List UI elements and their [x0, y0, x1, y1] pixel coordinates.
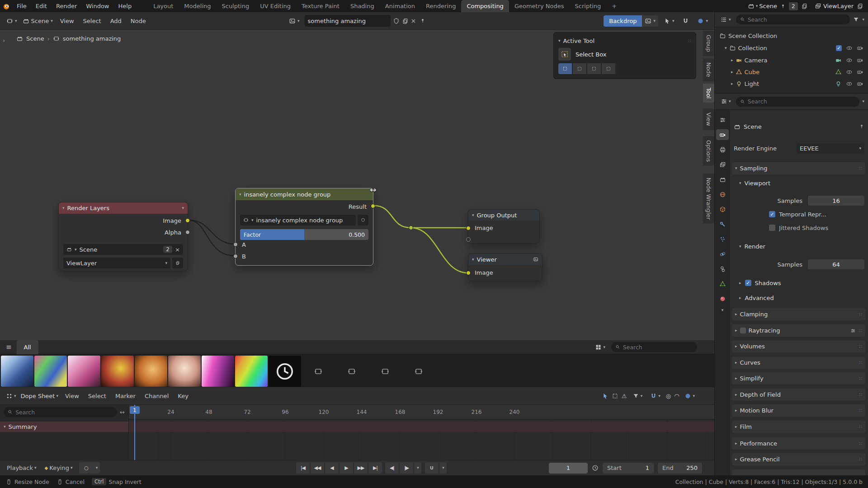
- eye-icon[interactable]: [846, 69, 853, 75]
- tab-modifier-properties[interactable]: [716, 219, 729, 230]
- menu-window[interactable]: Window: [81, 3, 113, 9]
- copy-icon[interactable]: [402, 18, 409, 24]
- snap-button[interactable]: ▾: [648, 391, 663, 401]
- filter-toggle-icon[interactable]: ↔: [120, 409, 125, 416]
- chevron-down-icon[interactable]: ▾: [862, 99, 864, 103]
- node-render-layers[interactable]: ▾ Render Layers ▾ Image Alpha ▾ Scene 2 …: [58, 202, 188, 271]
- viewport-samples-field[interactable]: 16: [808, 196, 864, 206]
- fake-user-shield-icon[interactable]: [393, 18, 400, 24]
- chevron-down-icon[interactable]: ▾: [722, 308, 724, 312]
- tab-viewlayer-properties[interactable]: [716, 159, 729, 170]
- tab-view[interactable]: View: [703, 108, 714, 130]
- panel-grip-icon[interactable]: ∷: [688, 38, 691, 43]
- raytracing-checkbox[interactable]: [740, 328, 746, 333]
- unlink-icon[interactable]: ×: [411, 17, 416, 24]
- tab-data-properties[interactable]: [716, 278, 729, 289]
- expand-icon[interactable]: ▸: [731, 58, 733, 62]
- subpanel-render[interactable]: ▾ Render: [739, 240, 864, 252]
- panel-motion-blur[interactable]: ▸ Motion Blur ∷: [732, 404, 865, 417]
- node-scene-selector[interactable]: ▾ Scene 2 ×: [63, 244, 183, 255]
- subpanel-viewport[interactable]: ▾ Viewport: [739, 177, 864, 189]
- next-keyframe-button[interactable]: ▶▶: [354, 462, 368, 474]
- outliner-row-cube[interactable]: ▸ Cube: [715, 66, 868, 78]
- eye-icon[interactable]: [846, 45, 853, 52]
- node-viewer[interactable]: ▾ Viewer Image: [468, 253, 542, 281]
- panel-grease-pencil[interactable]: ▸ Grease Pencil ∷: [732, 453, 865, 465]
- select-mode-set-button[interactable]: [558, 63, 572, 74]
- display-mode-button[interactable]: ▾: [593, 343, 608, 352]
- channel-search[interactable]: [4, 407, 117, 417]
- filter-button[interactable]: ▾: [630, 391, 645, 401]
- new-viewlayer-button[interactable]: [172, 258, 183, 268]
- expand-icon[interactable]: ▸: [731, 70, 733, 74]
- socket-image-input[interactable]: [466, 226, 471, 230]
- play-button[interactable]: ▶: [340, 462, 353, 474]
- hamburger-menu-icon[interactable]: ≡: [4, 342, 14, 352]
- clock-thumbnail[interactable]: [269, 356, 301, 387]
- select-mode-intersect-button[interactable]: [602, 63, 615, 74]
- panel-film[interactable]: ▸ Film ∷: [732, 421, 865, 433]
- warning-icon[interactable]: ⚠: [622, 393, 627, 399]
- tab-layout[interactable]: Layout: [148, 0, 179, 12]
- timeline-snap-button[interactable]: [425, 462, 439, 474]
- tab-group[interactable]: Group: [703, 31, 714, 56]
- camera-visibility-icon[interactable]: [857, 57, 863, 64]
- breadcrumb-scene[interactable]: Scene: [26, 35, 44, 42]
- play-reverse-button[interactable]: ◀: [325, 462, 339, 474]
- menu-node[interactable]: Node: [126, 18, 151, 24]
- tab-rendering[interactable]: Rendering: [420, 0, 461, 12]
- panel-depth-of-field[interactable]: ▸ Depth of Field ∷: [732, 389, 865, 401]
- outliner-search-input[interactable]: [748, 16, 846, 23]
- editor-type-button[interactable]: ▾: [718, 97, 733, 106]
- socket-result-output[interactable]: [371, 204, 375, 208]
- snapping-target-button[interactable]: ▾: [661, 16, 677, 26]
- tab-options[interactable]: Options: [703, 136, 714, 166]
- menu-select[interactable]: Select: [79, 18, 106, 24]
- menu-view[interactable]: View: [61, 393, 84, 399]
- add-workspace-button[interactable]: +: [606, 0, 622, 12]
- expand-icon[interactable]: ▾: [725, 46, 727, 50]
- jittered-shadows-checkbox[interactable]: [769, 225, 775, 231]
- eye-icon[interactable]: [846, 80, 853, 87]
- playback-dropdown[interactable]: Playback ▾: [5, 463, 39, 473]
- jump-to-end-button[interactable]: ▶|: [368, 462, 382, 474]
- asset-search[interactable]: [611, 342, 697, 352]
- tab-material-properties[interactable]: [716, 293, 729, 304]
- node-viewlayer-dropdown[interactable]: ViewLayer ▾: [63, 258, 170, 268]
- mode-dropdown[interactable]: Dope Sheet ▾: [19, 391, 61, 401]
- asset-search-input[interactable]: [623, 344, 693, 351]
- menu-view[interactable]: View: [56, 18, 79, 24]
- tab-object-properties[interactable]: [716, 204, 729, 215]
- snapping-toggle[interactable]: [679, 16, 692, 26]
- socket-b-input[interactable]: [233, 254, 238, 258]
- tab-constraint-properties[interactable]: [716, 263, 729, 274]
- tab-particle-properties[interactable]: [716, 234, 729, 244]
- subpanel-shadows[interactable]: ▸ ✓ Shadows: [739, 277, 864, 289]
- tab-texture-paint[interactable]: Texture Paint: [296, 0, 345, 12]
- outliner-row-light[interactable]: ▸ Light: [715, 78, 868, 89]
- pin-icon[interactable]: [780, 4, 786, 9]
- tab-tool-properties[interactable]: [716, 114, 729, 125]
- collection-checkbox[interactable]: ✓: [836, 45, 842, 51]
- panel-performance[interactable]: ▸ Performance ∷: [732, 437, 865, 450]
- image-thumbnail[interactable]: [168, 356, 201, 387]
- timeline-snap-options-button[interactable]: ▾: [439, 462, 447, 474]
- image-thumbnail[interactable]: [1, 356, 33, 387]
- eye-icon[interactable]: [846, 57, 853, 64]
- nodetree-item[interactable]: [369, 356, 401, 387]
- node-editor[interactable]: › Scene › something amazing ▾ Render Lay…: [0, 30, 714, 340]
- timeline-area[interactable]: 24 48 72 96 120 144 168 192 216 240 1: [129, 405, 714, 460]
- group-datablock-selector[interactable]: ▾ insanely complex node group: [240, 215, 356, 225]
- falloff-icon[interactable]: ◠: [674, 393, 679, 399]
- chevron-down-icon[interactable]: ▾: [862, 18, 864, 22]
- node-group-output[interactable]: ▾ Group Output Image: [468, 209, 540, 244]
- frame-forward-button[interactable]: |▶: [400, 462, 413, 474]
- summary-channel[interactable]: ▾ Summary: [0, 422, 128, 432]
- menu-render[interactable]: Render: [52, 3, 81, 9]
- proportional-edit-icon[interactable]: ◎: [666, 393, 671, 399]
- nodetree-name-field[interactable]: something amazing: [305, 15, 391, 27]
- tab-uv-editing[interactable]: UV Editing: [255, 0, 296, 12]
- backdrop-toggle[interactable]: Backdrop: [604, 15, 642, 27]
- menu-marker[interactable]: Marker: [111, 393, 140, 399]
- frame-back-button[interactable]: ◀|: [385, 462, 399, 474]
